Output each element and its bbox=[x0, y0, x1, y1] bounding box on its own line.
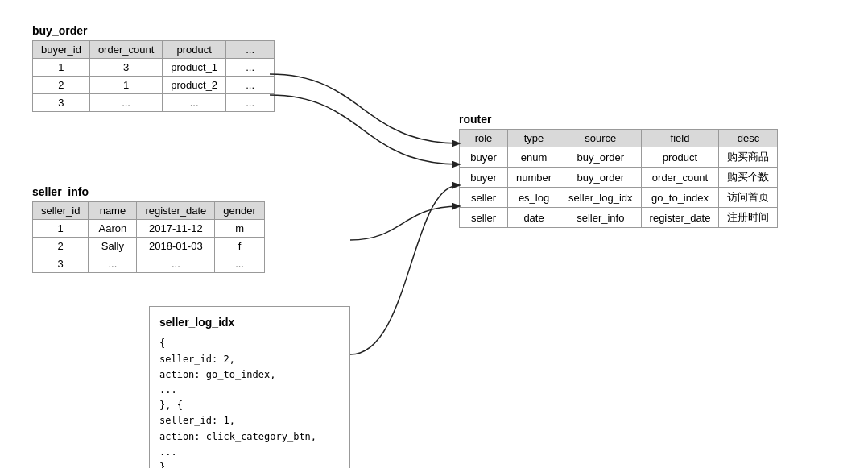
router-col-header: field bbox=[641, 130, 719, 147]
buy-order-col-header: product bbox=[163, 41, 226, 59]
router-title: router bbox=[459, 113, 778, 126]
seller-info-col-header: register_date bbox=[137, 202, 215, 220]
table-cell: 1 bbox=[33, 59, 90, 77]
table-cell: ... bbox=[89, 94, 162, 112]
table-cell: ... bbox=[89, 255, 137, 273]
router-table: roletypesourcefielddesc buyerenumbuy_ord… bbox=[459, 129, 778, 228]
buy-order-col-header: order_count bbox=[89, 41, 162, 59]
table-cell: ... bbox=[215, 255, 264, 273]
table-row: 2Sally2018-01-03f bbox=[33, 238, 265, 255]
table-cell: 购买商品 bbox=[719, 147, 778, 168]
buy-order-col-header: buyer_id bbox=[33, 41, 90, 59]
table-cell: 1 bbox=[33, 220, 89, 238]
table-cell: seller_log_idx bbox=[560, 188, 642, 208]
table-cell: 注册时间 bbox=[719, 208, 778, 228]
table-cell: 1 bbox=[89, 77, 162, 94]
code-line: action: go_to_index, bbox=[159, 367, 340, 383]
table-cell: 访问首页 bbox=[719, 188, 778, 208]
table-cell: Sally bbox=[89, 238, 137, 255]
router-col-header: type bbox=[508, 130, 560, 147]
seller-info-title: seller_info bbox=[32, 185, 265, 198]
table-cell: seller bbox=[460, 188, 508, 208]
router-col-header: desc bbox=[719, 130, 778, 147]
code-line: ... bbox=[159, 383, 340, 398]
table-cell: order_count bbox=[641, 168, 719, 188]
table-row: 3......... bbox=[33, 94, 275, 112]
table-row: 3......... bbox=[33, 255, 265, 273]
seller-info-col-header: seller_id bbox=[33, 202, 89, 220]
diagram-container: buy_order buyer_idorder_countproduct... … bbox=[0, 0, 868, 468]
table-cell: go_to_index bbox=[641, 188, 719, 208]
table-row: 1Aaron2017-11-12m bbox=[33, 220, 265, 238]
table-cell: m bbox=[215, 220, 264, 238]
buy-order-block: buy_order buyer_idorder_countproduct... … bbox=[32, 24, 275, 112]
table-cell: seller_info bbox=[560, 208, 642, 228]
table-row: sellerdateseller_inforegister_date注册时间 bbox=[460, 208, 778, 228]
code-line: }, ... bbox=[159, 460, 340, 468]
table-row: buyernumberbuy_orderorder_count购买个数 bbox=[460, 168, 778, 188]
table-row: 21product_2... bbox=[33, 77, 275, 94]
table-cell: 2 bbox=[33, 238, 89, 255]
router-col-header: role bbox=[460, 130, 508, 147]
table-cell: date bbox=[508, 208, 560, 228]
table-row: selleres_logseller_log_idxgo_to_index访问首… bbox=[460, 188, 778, 208]
code-line: seller_id: 1, bbox=[159, 413, 340, 429]
table-cell: ... bbox=[137, 255, 215, 273]
table-cell: product_2 bbox=[163, 77, 226, 94]
buy-order-title: buy_order bbox=[32, 24, 275, 37]
table-cell: ... bbox=[226, 59, 275, 77]
seller-info-col-header: gender bbox=[215, 202, 264, 220]
table-cell: enum bbox=[508, 147, 560, 168]
table-cell: product_1 bbox=[163, 59, 226, 77]
router-col-header: source bbox=[560, 130, 642, 147]
table-row: 13product_1... bbox=[33, 59, 275, 77]
table-cell: Aaron bbox=[89, 220, 137, 238]
table-cell: ... bbox=[163, 94, 226, 112]
table-cell: 3 bbox=[89, 59, 162, 77]
table-cell: product bbox=[641, 147, 719, 168]
table-cell: 2018-01-03 bbox=[137, 238, 215, 255]
table-cell: f bbox=[215, 238, 264, 255]
seller-info-col-header: name bbox=[89, 202, 137, 220]
table-cell: ... bbox=[226, 94, 275, 112]
table-cell: 购买个数 bbox=[719, 168, 778, 188]
seller-log-idx-block: seller_log_idx { seller_id: 2, action: g… bbox=[149, 306, 350, 468]
table-cell: 2 bbox=[33, 77, 90, 94]
seller-log-idx-title: seller_log_idx bbox=[159, 313, 340, 331]
buy-order-col-header: ... bbox=[226, 41, 275, 59]
code-line: }, { bbox=[159, 398, 340, 413]
table-cell: buyer bbox=[460, 147, 508, 168]
seller-info-block: seller_info seller_idnameregister_datege… bbox=[32, 185, 265, 273]
table-cell: buyer bbox=[460, 168, 508, 188]
table-cell: number bbox=[508, 168, 560, 188]
table-cell: buy_order bbox=[560, 168, 642, 188]
buy-order-table: buyer_idorder_countproduct... 13product_… bbox=[32, 40, 275, 112]
table-cell: seller bbox=[460, 208, 508, 228]
code-line: ... bbox=[159, 445, 340, 460]
table-cell: es_log bbox=[508, 188, 560, 208]
code-line: action: click_category_btn, bbox=[159, 429, 340, 445]
router-block: router roletypesourcefielddesc buyerenum… bbox=[459, 113, 778, 228]
seller-info-table: seller_idnameregister_dategender 1Aaron2… bbox=[32, 201, 265, 273]
seller-log-idx-code: { seller_id: 2, action: go_to_index, ...… bbox=[159, 336, 340, 468]
code-line: { bbox=[159, 336, 340, 351]
code-line: seller_id: 2, bbox=[159, 352, 340, 367]
table-cell: register_date bbox=[641, 208, 719, 228]
table-cell: ... bbox=[226, 77, 275, 94]
table-row: buyerenumbuy_orderproduct购买商品 bbox=[460, 147, 778, 168]
table-cell: 2017-11-12 bbox=[137, 220, 215, 238]
table-cell: 3 bbox=[33, 255, 89, 273]
table-cell: 3 bbox=[33, 94, 90, 112]
table-cell: buy_order bbox=[560, 147, 642, 168]
